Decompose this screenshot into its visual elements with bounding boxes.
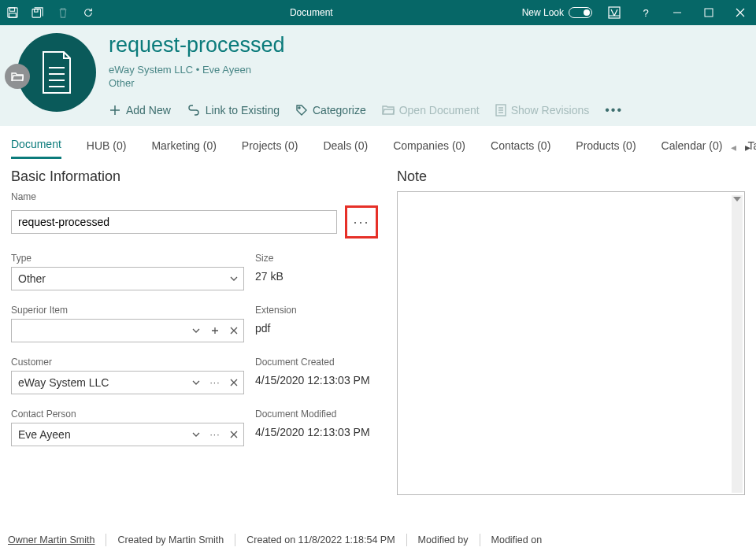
new-look-label: New Look	[522, 7, 564, 18]
document-header: request-processed eWay System LLC • Eve …	[0, 25, 756, 126]
status-bar: Owner Martin Smith Created by Martin Smi…	[0, 529, 756, 551]
name-more-button[interactable]: ···	[345, 205, 378, 239]
svg-rect-5	[609, 7, 620, 18]
open-document-button: Open Document	[382, 104, 480, 116]
delete-icon	[50, 0, 76, 25]
svg-rect-3	[32, 9, 41, 18]
svg-rect-1	[10, 8, 15, 11]
type-label: Type	[11, 253, 244, 264]
title-bar: Document New Look ?	[0, 0, 756, 25]
contact-value: Eve Ayeen	[12, 428, 187, 441]
superior-select[interactable]	[11, 319, 244, 342]
status-modified-by: Modified by	[407, 534, 480, 545]
clear-icon[interactable]	[224, 327, 243, 335]
help-icon[interactable]: ?	[630, 0, 662, 25]
superior-label: Superior Item	[11, 305, 244, 316]
chevron-down-icon[interactable]	[224, 276, 243, 281]
save-all-icon[interactable]	[25, 0, 50, 25]
contact-label: Contact Person	[11, 409, 244, 420]
app-icon[interactable]	[598, 0, 630, 25]
customer-select[interactable]: eWay System LLC ···	[11, 371, 244, 394]
clear-icon[interactable]	[224, 431, 243, 438]
modified-label: Document Modified	[255, 409, 378, 420]
name-input[interactable]	[11, 210, 337, 234]
status-modified-on: Modified on	[480, 534, 554, 545]
link-existing-label: Link to Existing	[206, 104, 280, 116]
svg-point-7	[298, 107, 300, 109]
name-label: Name	[11, 191, 378, 202]
tab-marketing[interactable]: Marketing (0)	[151, 139, 216, 158]
show-revisions-button: Show Revisions	[495, 104, 590, 116]
categorize-button[interactable]: Categorize	[295, 104, 366, 116]
tab-deals[interactable]: Deals (0)	[323, 139, 368, 158]
tab-projects[interactable]: Projects (0)	[242, 139, 298, 158]
size-label: Size	[255, 253, 378, 264]
svg-rect-2	[9, 13, 17, 17]
customer-label: Customer	[11, 357, 244, 368]
new-look-toggle[interactable]: New Look	[522, 7, 592, 18]
basic-info-heading: Basic Information	[11, 168, 378, 185]
chevron-down-icon[interactable]	[187, 328, 206, 333]
add-new-label: Add New	[126, 104, 171, 116]
modified-value: 4/15/2020 12:13:03 PM	[255, 423, 378, 438]
window-title: Document	[101, 7, 522, 18]
tab-bar: Document HUB (0) Marketing (0) Projects …	[0, 126, 756, 159]
extension-value: pdf	[255, 319, 378, 335]
svg-rect-6	[705, 9, 713, 17]
created-label: Document Created	[255, 357, 378, 368]
note-heading: Note	[397, 168, 745, 185]
note-textarea[interactable]	[397, 191, 745, 495]
extension-label: Extension	[255, 305, 378, 316]
note-scrollbar[interactable]	[732, 195, 743, 493]
show-revisions-label: Show Revisions	[511, 104, 590, 116]
clear-icon[interactable]	[224, 379, 243, 386]
save-icon[interactable]	[0, 0, 25, 25]
maximize-icon[interactable]	[693, 0, 724, 25]
minimize-icon[interactable]	[662, 0, 693, 25]
chevron-down-icon[interactable]	[187, 380, 206, 385]
contact-select[interactable]: Eve Ayeen ···	[11, 423, 244, 446]
close-icon[interactable]	[724, 0, 756, 25]
more-actions-button[interactable]: •••	[605, 103, 623, 117]
more-icon[interactable]: ···	[206, 377, 224, 388]
tab-contacts[interactable]: Contacts (0)	[491, 139, 550, 158]
tab-companies[interactable]: Companies (0)	[393, 139, 465, 158]
breadcrumb: eWay System LLC • Eve Ayeen	[109, 64, 747, 76]
tab-scroll-left-icon[interactable]: ◂	[728, 141, 739, 153]
status-created-by: Created by Martin Smith	[106, 534, 235, 545]
refresh-icon[interactable]	[76, 0, 101, 25]
categorize-label: Categorize	[313, 104, 366, 116]
folder-badge-icon[interactable]	[5, 64, 30, 89]
customer-value: eWay System LLC	[12, 376, 187, 389]
status-created-on: Created on 11/8/2022 1:18:54 PM	[235, 534, 406, 545]
tab-scroll-right-icon[interactable]: ▸	[742, 141, 753, 153]
more-icon[interactable]: ···	[206, 429, 224, 440]
header-subtitle: Other	[109, 77, 747, 89]
created-value: 4/15/2020 12:13:03 PM	[255, 371, 378, 386]
status-owner[interactable]: Owner Martin Smith	[8, 534, 106, 545]
document-title: request-processed	[109, 33, 747, 57]
plus-icon[interactable]	[206, 327, 224, 335]
size-value: 27 kB	[255, 267, 378, 283]
open-document-label: Open Document	[399, 104, 480, 116]
tab-calendar[interactable]: Calendar (0)	[662, 139, 723, 158]
tab-hub[interactable]: HUB (0)	[87, 139, 127, 158]
tab-document[interactable]: Document	[11, 138, 61, 159]
link-existing-button[interactable]: Link to Existing	[187, 104, 280, 116]
type-value: Other	[12, 272, 224, 285]
chevron-down-icon[interactable]	[187, 432, 206, 437]
type-select[interactable]: Other	[11, 267, 244, 290]
svg-rect-4	[35, 9, 38, 13]
add-new-button[interactable]: Add New	[109, 104, 171, 116]
tab-products[interactable]: Products (0)	[576, 139, 636, 158]
